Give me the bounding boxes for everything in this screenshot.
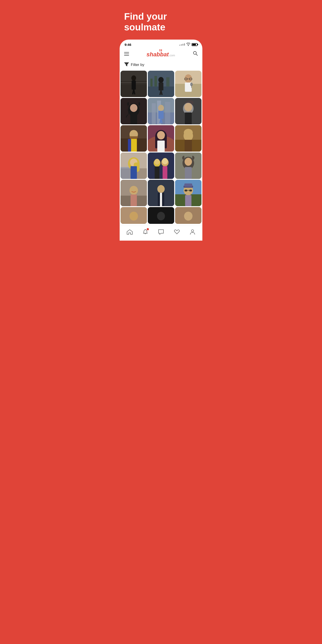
- profile-card[interactable]: [175, 71, 202, 97]
- brand-suffix: .com: [169, 54, 175, 57]
- chat-icon: [158, 229, 164, 236]
- svg-point-107: [192, 230, 194, 232]
- svg-rect-45: [185, 112, 192, 124]
- nav-home[interactable]: [127, 229, 132, 236]
- profiles-grid: [120, 71, 202, 224]
- brand-name: shabbat: [146, 51, 169, 58]
- svg-point-105: [184, 212, 192, 220]
- status-time: 9:46: [124, 43, 131, 46]
- top-nav: shabbat .com: [120, 48, 202, 61]
- filter-label: Filter by: [131, 62, 144, 67]
- svg-rect-69: [130, 166, 137, 179]
- svg-point-75: [162, 158, 168, 164]
- svg-point-16: [158, 77, 164, 83]
- profile-card[interactable]: [175, 180, 202, 206]
- profile-card[interactable]: [120, 207, 147, 224]
- profile-icon: [190, 229, 195, 236]
- svg-rect-65: [120, 167, 131, 179]
- candle-icon-2: [161, 50, 162, 52]
- svg-point-103: [157, 212, 165, 220]
- svg-rect-49: [130, 139, 137, 152]
- svg-marker-2: [124, 62, 129, 66]
- svg-point-31: [130, 104, 137, 112]
- svg-rect-50: [128, 139, 131, 152]
- svg-rect-80: [185, 167, 192, 179]
- profile-card[interactable]: [120, 71, 147, 97]
- profile-card[interactable]: [120, 125, 147, 152]
- svg-point-86: [157, 185, 164, 193]
- menu-button[interactable]: [124, 52, 129, 56]
- nav-profile[interactable]: [190, 229, 195, 236]
- svg-rect-15: [166, 77, 170, 86]
- candle-icon-1: [160, 50, 160, 52]
- battery-icon: [192, 43, 198, 46]
- profile-card[interactable]: [175, 152, 202, 179]
- svg-point-79: [184, 158, 192, 166]
- svg-rect-17: [158, 82, 163, 90]
- svg-rect-73: [155, 166, 160, 179]
- profile-card[interactable]: [148, 152, 174, 179]
- svg-point-83: [130, 186, 138, 195]
- status-bar: 9:46: [120, 40, 202, 48]
- svg-point-38: [158, 105, 164, 111]
- svg-rect-8: [132, 80, 136, 90]
- svg-rect-56: [165, 135, 167, 148]
- filter-icon: [124, 62, 129, 68]
- svg-rect-35: [152, 103, 156, 124]
- profile-card[interactable]: [175, 98, 202, 124]
- svg-rect-57: [157, 140, 164, 152]
- svg-point-72: [154, 159, 160, 164]
- svg-rect-55: [155, 135, 157, 148]
- wifi-icon: [186, 43, 190, 46]
- profile-card[interactable]: [120, 98, 147, 124]
- hero-title: Find your soulmate: [118, 0, 204, 40]
- svg-rect-13: [150, 78, 152, 86]
- svg-rect-89: [160, 192, 162, 206]
- nav-likes[interactable]: [174, 229, 180, 236]
- svg-rect-39: [158, 111, 164, 118]
- filter-row[interactable]: Filter by: [120, 61, 202, 71]
- svg-rect-37: [165, 102, 170, 124]
- signal-icon: [179, 44, 185, 46]
- svg-rect-70: [148, 152, 174, 179]
- search-button[interactable]: [192, 50, 198, 57]
- nav-alerts[interactable]: [143, 229, 148, 236]
- profile-card[interactable]: [148, 71, 174, 97]
- profile-card[interactable]: [148, 125, 174, 152]
- profile-card[interactable]: [120, 180, 147, 206]
- svg-rect-84: [130, 194, 137, 206]
- svg-point-22: [184, 74, 192, 83]
- profile-card[interactable]: [148, 207, 174, 224]
- svg-rect-96: [184, 190, 187, 191]
- status-icons: [179, 43, 198, 46]
- phone-frame: 9:46: [120, 40, 202, 240]
- svg-rect-95: [184, 183, 192, 186]
- nav-chat[interactable]: [158, 229, 164, 236]
- heart-icon: [174, 229, 180, 236]
- hero-section: Find your soulmate: [118, 0, 204, 40]
- profile-card[interactable]: [148, 180, 174, 206]
- profile-card[interactable]: [175, 125, 202, 152]
- notification-badge: [147, 228, 149, 230]
- svg-point-101: [130, 212, 138, 220]
- bottom-nav: [120, 226, 202, 240]
- svg-line-1: [196, 54, 198, 56]
- logo-text: shabbat .com: [146, 51, 175, 58]
- svg-rect-14: [154, 76, 157, 86]
- svg-rect-76: [162, 166, 167, 179]
- svg-point-61: [184, 129, 193, 136]
- home-icon: [127, 229, 132, 236]
- profile-card[interactable]: [148, 98, 174, 124]
- svg-point-54: [157, 131, 165, 140]
- profile-card[interactable]: [120, 152, 147, 179]
- svg-rect-97: [190, 190, 192, 191]
- svg-point-44: [184, 103, 192, 111]
- svg-rect-62: [184, 140, 192, 152]
- svg-point-7: [131, 75, 136, 81]
- app-wrapper: Find your soulmate 9:46: [118, 0, 204, 250]
- svg-rect-99: [185, 195, 192, 206]
- svg-point-27: [190, 83, 192, 86]
- brand-logo: shabbat .com: [146, 50, 175, 58]
- svg-rect-32: [130, 114, 137, 124]
- profile-card[interactable]: [175, 207, 202, 224]
